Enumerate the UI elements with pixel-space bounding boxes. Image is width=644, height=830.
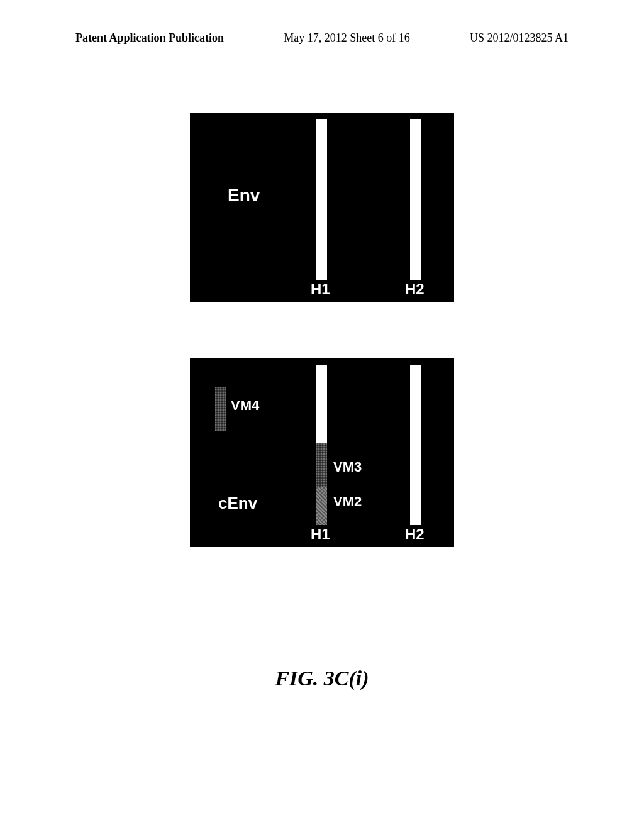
figure-caption: FIG. 3C(i) [275,667,369,690]
header-publication-number: US 2012/0123825 A1 [470,31,569,45]
chart-cenv: VM4 cEnv VM3 VM2 H1 H2 [190,358,454,547]
xaxis-label-h1: H1 [311,280,330,298]
bar-free-h1 [316,365,327,443]
bar-h2-env [410,119,421,280]
header-publication-type: Patent Application Publication [75,31,224,45]
xaxis-label-h1-cenv: H1 [311,526,330,543]
label-vm3: VM3 [333,459,362,475]
bar-vm2-h1 [316,487,327,525]
chart-cenv-plot: VM4 cEnv VM3 VM2 H1 H2 [190,358,454,547]
label-vm2: VM2 [333,494,362,510]
bar-vm3-h1 [316,443,327,487]
chart-env-title: Env [228,185,260,206]
chart-env: Env H1 H2 [190,113,454,302]
xaxis-label-h2-cenv: H2 [405,526,425,543]
label-vm4: VM4 [231,397,259,414]
page-header: Patent Application Publication May 17, 2… [0,31,644,45]
header-date-sheet: May 17, 2012 Sheet 6 of 16 [284,31,409,45]
bar-h2-cenv [410,365,421,525]
bar-h1-env [316,119,327,280]
xaxis-label-h2: H2 [405,280,425,298]
bar-vm4-pending [215,387,226,431]
chart-cenv-title: cEnv [218,494,257,513]
chart-env-plot: Env H1 H2 [190,113,454,302]
